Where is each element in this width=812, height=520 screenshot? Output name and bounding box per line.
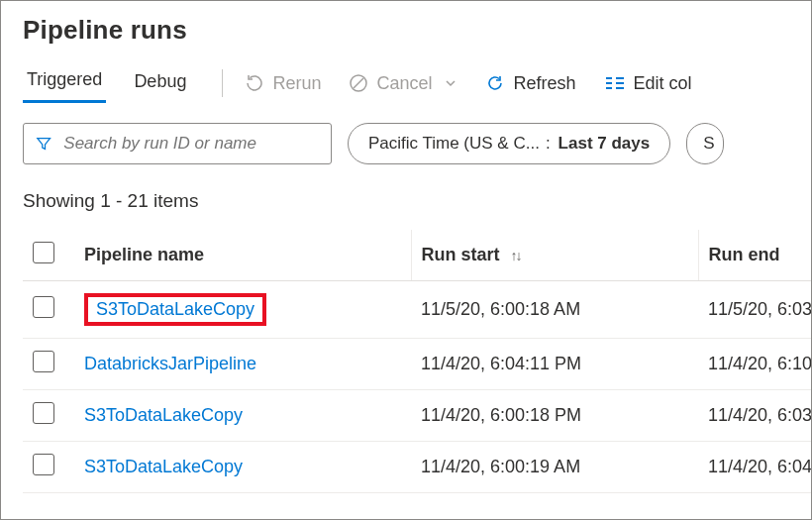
row-checkbox[interactable] (33, 296, 54, 318)
col-header-run-end[interactable]: Run end (698, 230, 811, 281)
pipeline-link[interactable]: DatabricksJarPipeline (84, 354, 256, 373)
rerun-button: Rerun (245, 73, 321, 94)
run-start-cell: 11/5/20, 6:00:18 AM (411, 281, 698, 339)
runs-table: Pipeline name Run start ↑↓ Run end S3ToD… (23, 230, 811, 493)
row-checkbox[interactable] (33, 351, 54, 372)
rerun-icon (245, 73, 264, 93)
select-all-checkbox[interactable] (33, 242, 54, 263)
results-count: Showing 1 - 21 items (23, 190, 811, 212)
refresh-button[interactable]: Refresh (485, 73, 575, 94)
page-title: Pipeline runs (23, 15, 811, 46)
table-row: S3ToDataLakeCopy11/4/20, 6:00:18 PM11/4/… (23, 390, 811, 442)
cancel-button: Cancel (349, 73, 457, 94)
edit-columns-button[interactable]: Edit col (604, 73, 692, 94)
table-row: DatabricksJarPipeline11/4/20, 6:04:11 PM… (23, 339, 811, 390)
row-checkbox[interactable] (33, 402, 54, 424)
run-end-cell: 11/4/20, 6:04: (698, 442, 811, 493)
run-start-cell: 11/4/20, 6:00:19 AM (411, 442, 698, 493)
search-box[interactable] (23, 123, 332, 164)
run-end-cell: 11/5/20, 6:03: (698, 281, 811, 339)
extra-filter-pill[interactable]: S (686, 123, 724, 164)
toolbar: Triggered Debug Rerun Cancel Refresh (23, 63, 811, 103)
chevron-down-icon (444, 76, 457, 90)
sort-icon: ↑↓ (511, 248, 521, 263)
col-header-pipeline-name[interactable]: Pipeline name (74, 230, 411, 281)
run-end-cell: 11/4/20, 6:10: (698, 339, 811, 390)
row-checkbox[interactable] (33, 454, 54, 475)
cancel-icon (349, 73, 368, 93)
pipeline-link[interactable]: S3ToDataLakeCopy (84, 457, 243, 476)
pipeline-link[interactable]: S3ToDataLakeCopy (84, 405, 243, 425)
time-filter-pill[interactable]: Pacific Time (US & C... : Last 7 days (348, 123, 670, 164)
col-header-run-start[interactable]: Run start ↑↓ (411, 230, 698, 281)
filter-icon (36, 135, 51, 153)
run-start-cell: 11/4/20, 6:00:18 PM (411, 390, 698, 442)
search-input[interactable] (61, 133, 319, 155)
refresh-icon (485, 73, 505, 93)
toolbar-divider (222, 69, 223, 97)
columns-icon (604, 75, 626, 91)
run-start-cell: 11/4/20, 6:04:11 PM (411, 339, 698, 390)
table-row: S3ToDataLakeCopy11/5/20, 6:00:18 AM11/5/… (23, 281, 811, 339)
filter-row: Pacific Time (US & C... : Last 7 days S (23, 123, 811, 164)
tab-triggered[interactable]: Triggered (23, 63, 106, 103)
pipeline-link[interactable]: S3ToDataLakeCopy (96, 299, 254, 319)
table-row: S3ToDataLakeCopy11/4/20, 6:00:19 AM11/4/… (23, 442, 811, 493)
run-end-cell: 11/4/20, 6:03: (698, 390, 811, 442)
tab-debug[interactable]: Debug (130, 65, 190, 102)
